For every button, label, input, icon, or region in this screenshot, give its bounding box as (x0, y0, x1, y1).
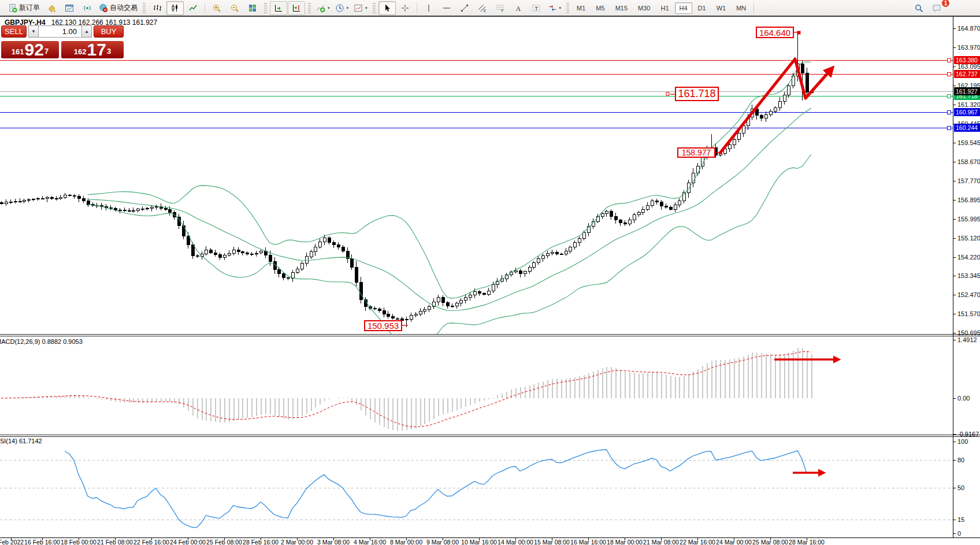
time-tick: 22 Feb 16:00 (133, 539, 169, 545)
time-tick: 18 Mar 00:00 (607, 539, 643, 545)
rsi-line (65, 450, 811, 528)
time-tick: 24 Mar 00:00 (716, 539, 752, 545)
sell-price-base: 161 (12, 46, 24, 58)
rsi-tick-80: 80 (957, 457, 964, 464)
time-tick: 24 Feb 00:00 (170, 539, 206, 545)
time-tick: 22 Mar 16:00 (680, 539, 715, 545)
trend-zigzag-arrow (719, 59, 833, 154)
time-tick: 4 Mar 16:00 (354, 539, 386, 545)
price-tick-161.320: 161.320 (957, 101, 980, 108)
buy-price-point: 3 (107, 41, 111, 62)
price-tick-155.120: 155.120 (957, 235, 980, 242)
price-tick-157.770: 157.770 (957, 177, 980, 184)
mt4-window: 新订单自动交易▾▾▾EFAT▾M1M5M15M30H1H4D1W1MN1 GBP… (0, 0, 980, 545)
price-tick-164.870: 164.870 (957, 25, 980, 32)
price-tick-156.895: 156.895 (957, 197, 980, 203)
candlestick-series (0, 34, 813, 328)
price-tick-158.670: 158.670 (957, 158, 980, 165)
time-tick: 8 Mar 00:00 (390, 539, 422, 545)
time-tick: 3 Mar 08:00 (317, 539, 350, 545)
time-tick: 28 Mar 16:00 (789, 539, 825, 545)
time-tick: 28 Feb 16:00 (243, 539, 279, 545)
annotation-price-label-150.953[interactable]: 150.953 (364, 320, 402, 331)
buy-price-display[interactable]: 162173 (61, 41, 124, 58)
time-tick: 18 Feb 00:00 (61, 539, 96, 545)
time-tick: 25 Mar 08:00 (752, 539, 788, 545)
volume-input[interactable] (38, 25, 82, 38)
macd-indicator-label: MACD(12,26,9) 0.8882 0.9053 (0, 338, 83, 345)
volume-increase-button[interactable]: ▲ (82, 25, 92, 38)
rsi-panel-gridlines (0, 461, 953, 520)
sell-price-pips: 92 (25, 42, 44, 58)
price-tick-155.995: 155.995 (957, 216, 980, 223)
time-tick: 25 Feb 08:00 (206, 539, 242, 545)
time-tick: 15 Mar 08:00 (534, 539, 570, 545)
time-tick: Feb 2022 (0, 539, 24, 545)
price-tick-159.545: 159.545 (957, 139, 980, 146)
time-tick: 2 Mar 00:00 (281, 539, 313, 545)
time-tick: 16 Feb 16:00 (24, 539, 60, 545)
rsi-tick-50: 50 (957, 484, 964, 491)
chart-frame (0, 16, 980, 540)
sell-price-display[interactable]: 161927 (1, 41, 59, 58)
price-tick-151.570: 151.570 (957, 310, 980, 317)
time-tick: 21 Feb 08:00 (97, 539, 133, 545)
price-tick-153.345: 153.345 (957, 272, 980, 279)
price-tick-163.970: 163.970 (957, 44, 980, 51)
time-tick: 10 Mar 16:00 (461, 539, 497, 545)
price-tick-152.470: 152.470 (957, 291, 980, 298)
rsi-indicator-label: RSI(14) 61.7142 (0, 438, 42, 444)
current-price-label: 161.927 (954, 87, 980, 95)
price-tick-150.695: 150.695 (957, 329, 980, 336)
buy-price-pips: 17 (87, 42, 106, 58)
bollinger-bands (88, 62, 811, 351)
rsi-tick-15: 15 (957, 516, 964, 523)
time-tick: 21 Mar 08:00 (643, 539, 679, 545)
volume-decrease-button[interactable]: ▼ (28, 25, 38, 38)
trend-annotations[interactable] (402, 31, 839, 473)
annotation-price-label-158.977[interactable]: 158.977 (677, 147, 715, 158)
macd-tick-0.00: 0.00 (957, 395, 970, 402)
price-level-label-163.380: 163.380 (954, 56, 980, 64)
price-tick-154.220: 154.220 (957, 254, 980, 261)
price-level-label-160.967: 160.967 (954, 108, 980, 116)
buy-button[interactable]: BUY (94, 25, 124, 38)
time-tick: 9 Mar 08:00 (426, 539, 459, 545)
sell-price-point: 7 (44, 41, 49, 62)
chart-canvas (0, 0, 980, 545)
rsi-tick-0: 0 (957, 530, 961, 537)
rsi-tick-100: 100 (957, 438, 968, 445)
time-tick: 14 Mar 00:00 (498, 539, 533, 545)
sell-button[interactable]: SELL (1, 25, 27, 38)
buy-price-base: 162 (74, 46, 87, 58)
macd-tick--0.9167: -0.9167 (957, 431, 979, 438)
macd-histogram (2, 348, 812, 431)
time-tick: 16 Mar 16:00 (570, 539, 606, 545)
annotation-price-label-164.640[interactable]: 164.640 (756, 27, 794, 38)
price-level-label-160.244: 160.244 (954, 124, 980, 132)
price-level-label-162.737: 162.737 (954, 70, 980, 78)
macd-tick-1.4912: 1.4912 (957, 336, 977, 343)
annotation-price-label-161.718[interactable]: 161.718 (675, 87, 719, 101)
